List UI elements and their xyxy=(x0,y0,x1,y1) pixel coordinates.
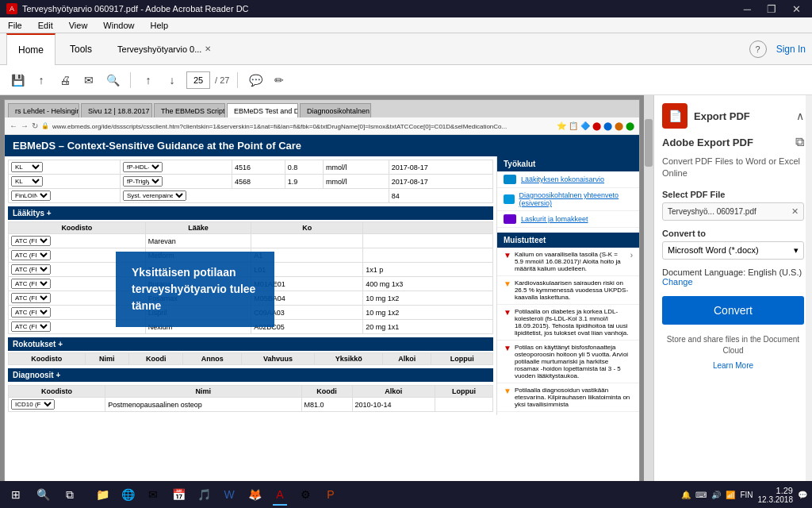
taskbar-app-settings[interactable]: ⚙ xyxy=(293,483,317,506)
taskbar-app-acrobat[interactable]: A xyxy=(268,483,292,506)
change-language-btn[interactable]: Change xyxy=(662,277,693,287)
print-btn[interactable]: 🖨 xyxy=(56,71,75,90)
learn-more-link[interactable]: Learn More xyxy=(662,361,804,370)
search-taskbar-btn[interactable]: 🔍 xyxy=(32,483,54,506)
pdf-file-remove[interactable]: ✕ xyxy=(791,206,799,217)
browser-tab-3[interactable]: EBMeDS Test and Demo Ap... ✕ xyxy=(227,103,298,117)
taskbar-app-word[interactable]: W xyxy=(217,483,241,506)
scroll-thumb[interactable] xyxy=(645,119,653,167)
muist-red-icon-0: ▼ xyxy=(504,251,511,272)
taskbar-app-powerpoint[interactable]: P xyxy=(319,483,343,506)
prev-page-btn[interactable]: ↑ xyxy=(139,71,158,90)
taskbar-app-media[interactable]: 🎵 xyxy=(192,483,216,506)
markup-btn[interactable]: ✏ xyxy=(270,71,289,90)
taskbar-app-explorer[interactable]: 📁 xyxy=(90,483,114,506)
toolbar-sep-2 xyxy=(237,72,238,88)
task-view-btn[interactable]: ⧉ xyxy=(59,483,81,506)
title-bar: A Terveyshyötyarvio 060917.pdf - Adobe A… xyxy=(0,0,812,17)
notification-panel-btn[interactable]: 💬 xyxy=(798,491,807,499)
tyokalut-header: Työkalut xyxy=(497,156,639,171)
taskbar-network: 📶 xyxy=(726,491,735,499)
taskbar-apps: 📁 🌐 ✉ 📅 🎵 W 🦊 A ⚙ P xyxy=(90,483,343,506)
copy-btn[interactable]: ⧉ xyxy=(795,135,804,149)
panel-scrollbar[interactable] xyxy=(806,95,812,481)
taskbar-app-edge[interactable]: 🌐 xyxy=(116,483,140,506)
lab-name-select-1[interactable]: fP-Trigly xyxy=(123,176,163,187)
menu-window[interactable]: Window xyxy=(100,21,137,30)
sign-in-button[interactable]: Sign In xyxy=(776,44,806,55)
tool-icon-0 xyxy=(504,175,516,184)
search-btn[interactable]: 🔍 xyxy=(103,71,122,90)
tab-home[interactable]: Home xyxy=(6,33,56,65)
taskbar-language: FIN xyxy=(740,491,753,499)
taskbar-app-calendar[interactable]: 📅 xyxy=(167,483,190,506)
menu-file[interactable]: File xyxy=(5,21,25,30)
tab-close-btn[interactable]: ✕ xyxy=(205,44,211,53)
lab-name-select-2[interactable]: Syst. verenpaine xyxy=(123,190,186,201)
title-bar-title-group: A Terveyshyötyarvio 060917.pdf - Adobe A… xyxy=(6,3,249,14)
close-btn[interactable]: ✕ xyxy=(787,3,806,15)
muist-item-0: ▼ Kalium on vaarallisella tasolla (S-K =… xyxy=(497,248,639,276)
menu-view[interactable]: View xyxy=(66,21,91,30)
restore-btn[interactable]: ❐ xyxy=(762,3,781,15)
tool-item-1[interactable]: Diagnoosikohtalnen yhteenveto (esiversio… xyxy=(497,188,639,211)
taskbar-clock: 1.29 12.3.2018 xyxy=(758,486,794,504)
minimize-btn[interactable]: ─ xyxy=(739,3,756,15)
tab-tools[interactable]: Tools xyxy=(59,33,103,65)
laake-koodisto-2[interactable]: ATC (FI) xyxy=(11,264,51,275)
muist-item-1: ▼ Kardiovaskulaarisen sairauden riski on… xyxy=(497,276,639,305)
tool-item-0[interactable]: Lääkityksen kokonaisarvio xyxy=(497,171,639,188)
menu-bar: File Edit View Window Help xyxy=(0,17,812,33)
window-controls[interactable]: ─ ❐ ✕ xyxy=(739,3,806,15)
browser-frame: rs Lehdet - Helsingin Sanoma... ✕ Sivu 1… xyxy=(4,99,640,481)
export-description: Convert PDF Files to Word or Excel Onlin… xyxy=(662,156,804,180)
lab-type-select-0[interactable]: KL xyxy=(11,162,43,172)
taskbar-right: 🔔 ⌨ 🔊 📶 FIN 1.29 12.3.2018 💬 xyxy=(681,486,807,504)
page-total: / 27 xyxy=(215,75,229,85)
rokotukset-table: Koodisto Nimi Koodi Annos Vahvuus Yksikk… xyxy=(8,352,493,365)
browser-tab-4[interactable]: Diagnoosikohtalnen yhtee... ✕ xyxy=(300,103,371,117)
lab-type-select-1[interactable]: KL xyxy=(11,176,43,187)
muist-orange-icon-1: ▼ xyxy=(504,279,511,301)
convert-to-select[interactable]: Microsoft Word (*.docx) ▾ xyxy=(662,241,804,260)
browser-tab-2[interactable]: The EBMeDS Script Descriptio... ✕ xyxy=(154,103,225,117)
taskbar-date: 12.3.2018 xyxy=(758,495,794,504)
rokotukset-header: Rokotukset + xyxy=(8,337,493,351)
laake-koodisto-0[interactable]: ATC (FI) xyxy=(11,236,51,246)
tools-panel-title: Export PDF xyxy=(694,110,750,122)
next-page-btn[interactable]: ↓ xyxy=(163,71,182,90)
email-btn[interactable]: ✉ xyxy=(79,71,98,90)
adobe-export-title: Adobe Export PDF xyxy=(662,137,753,148)
tools-panel-header: 📄 Export PDF ∧ xyxy=(662,103,804,129)
browser-tab-0[interactable]: rs Lehdet - Helsingin Sanoma... ✕ xyxy=(8,103,79,117)
tool-item-2[interactable]: Laskurit ja lomakkeet xyxy=(497,211,639,228)
lab-type-select-2[interactable]: FinLOINC xyxy=(11,190,51,201)
page-input[interactable] xyxy=(186,71,210,89)
muist-item-2: ▼ Potilaalla on diabetes ja korkea LDL-k… xyxy=(497,305,639,341)
browser-tabs: rs Lehdet - Helsingin Sanoma... ✕ Sivu 1… xyxy=(5,100,639,117)
pdf-file-selector[interactable]: Terveyshyö... 060917.pdf ✕ xyxy=(662,202,804,221)
laake-koodisto-1[interactable]: ATC (FI) xyxy=(11,250,51,260)
diag-koodisto[interactable]: ICD10 (FI) xyxy=(11,399,55,410)
comment-btn[interactable]: 💬 xyxy=(246,71,265,90)
ebm-left-panel: KL fP-HDL-Kol 4516 0.8 mmol/l 2017-08-17… xyxy=(5,156,496,415)
url-input[interactable]: www.ebmeds.org/ide/dssscripts/cssclient.… xyxy=(52,122,553,130)
panel-collapse-btn[interactable]: ∧ xyxy=(796,110,804,122)
menu-edit[interactable]: Edit xyxy=(35,21,56,30)
save-btn[interactable]: 💾 xyxy=(8,71,27,90)
toolbar: 💾 ↑ 🖨 ✉ 🔍 ↑ ↓ / 27 💬 ✏ xyxy=(0,65,812,95)
taskbar-app-firefox[interactable]: 🦊 xyxy=(243,483,266,506)
browser-tab-1[interactable]: Sivu 12 | 18.8.2017 | Helsingi... ✕ xyxy=(81,103,152,117)
scroll-bar[interactable] xyxy=(644,95,653,481)
pdf-filename: Terveyshyö... 060917.pdf xyxy=(668,207,756,216)
muist-item-3: ▼ Potilas on käyttänyt bisfosfonaatteja … xyxy=(497,341,639,383)
taskbar-app-mail[interactable]: ✉ xyxy=(141,483,165,506)
start-btn[interactable]: ⊞ xyxy=(5,483,27,506)
cloud-text: Store and share files in the Document Cl… xyxy=(662,334,804,356)
menu-help[interactable]: Help xyxy=(147,21,171,30)
tab-document[interactable]: Terveyshyötyarvio 0... ✕ xyxy=(106,33,222,65)
upload-btn[interactable]: ↑ xyxy=(32,71,51,90)
help-button[interactable]: ? xyxy=(749,40,767,58)
lab-name-select-0[interactable]: fP-HDL-Kol xyxy=(123,162,163,172)
convert-button[interactable]: Convert xyxy=(662,296,804,325)
